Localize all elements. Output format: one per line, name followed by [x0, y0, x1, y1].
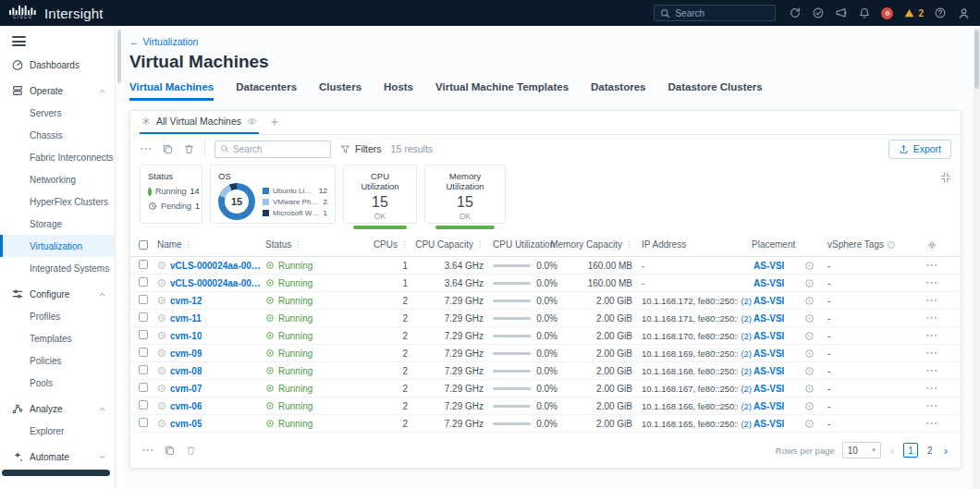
sort-icon[interactable]: ⋮ [400, 240, 408, 249]
filters-button[interactable]: Filters [340, 143, 382, 154]
ip-more-link[interactable]: (2) [741, 296, 752, 306]
col-memory-capacity[interactable]: Memory Capacity⋮ [557, 239, 632, 250]
table-row[interactable]: cvm-06 Running 2 7.29 GHz 0.0% 2.00 GiB … [130, 397, 961, 415]
os-donut[interactable]: 15 [218, 183, 255, 220]
sidebar-item-dashboards[interactable]: Dashboards [0, 54, 115, 76]
sidebar-item-chassis[interactable]: Chassis [0, 124, 115, 146]
table-row[interactable]: cvm-12 Running 2 7.29 GHz 0.0% 2.00 GiB … [130, 292, 961, 310]
trash-icon[interactable] [185, 445, 197, 457]
col-placement[interactable]: Placement [752, 239, 827, 250]
row-actions-menu[interactable]: ⋯ [925, 331, 938, 340]
saved-view-tab-all-vms[interactable]: All Virtual Machines [140, 110, 259, 134]
sidebar-item-servers[interactable]: Servers [0, 102, 115, 124]
sidebar-scrollbar-thumb[interactable] [117, 30, 121, 83]
critical-alarms-badge[interactable]: 0 [881, 7, 893, 19]
previous-page-button[interactable]: ‹ [888, 444, 896, 458]
vm-name-link[interactable]: cvm-06 [170, 401, 202, 411]
row-actions-menu[interactable]: ⋯ [925, 261, 938, 270]
vm-name-link[interactable]: cvm-10 [170, 331, 202, 341]
ip-more-link[interactable]: (2) [741, 384, 752, 394]
sidebar-item-templates[interactable]: Templates [0, 327, 115, 349]
sidebar-item-fabric-interconnects[interactable]: Fabric Interconnects [0, 146, 115, 168]
user-menu-icon[interactable] [957, 6, 971, 20]
col-cpu-utilization[interactable]: CPU Utilization [484, 239, 557, 250]
row-checkbox[interactable] [139, 400, 148, 410]
os-legend-item[interactable]: Microsoft Windo... 1 [263, 209, 327, 217]
row-actions-menu[interactable]: ⋯ [925, 384, 938, 393]
sidebar-group-automate[interactable]: Automate [0, 446, 115, 468]
table-row[interactable]: cvm-11 Running 2 7.29 GHz 0.0% 2.00 GiB … [130, 310, 961, 327]
tab-hosts[interactable]: Hosts [384, 81, 413, 101]
warning-alarms-badge[interactable]: 2 [903, 7, 924, 18]
add-view-button[interactable] [266, 110, 283, 134]
table-row[interactable]: cvm-07 Running 2 7.29 GHz 0.0% 2.00 GiB … [130, 380, 961, 397]
placement-link[interactable]: AS-VSI [753, 401, 784, 411]
placement-link[interactable]: AS-VSI [753, 278, 784, 288]
col-vsphere-tags[interactable]: vSphere Tags [827, 239, 903, 250]
row-actions-menu[interactable]: ⋯ [925, 278, 938, 287]
breadcrumb-back-link[interactable]: ← Virtualization [129, 36, 198, 47]
vm-name-link[interactable]: cvm-12 [170, 296, 202, 306]
table-row[interactable]: vCLS-000024aa-0000-... Running 1 3.64 GH… [130, 275, 961, 292]
horizontal-scrollbar-thumb[interactable] [2, 470, 110, 476]
row-checkbox[interactable] [139, 365, 148, 374]
tab-datastore-clusters[interactable]: Datastore Clusters [668, 81, 762, 101]
sidebar-item-policies[interactable]: Policies [0, 349, 115, 372]
sidebar-group-analyze[interactable]: Analyze [0, 397, 115, 420]
table-settings-icon[interactable] [926, 239, 937, 251]
sidebar-item-hyperflex-clusters[interactable]: HyperFlex Clusters [0, 190, 115, 213]
sidebar-item-profiles[interactable]: Profiles [0, 305, 115, 327]
notifications-bell-icon[interactable] [858, 6, 871, 19]
sidebar-group-configure[interactable]: Configure [0, 283, 115, 305]
placement-link[interactable]: AS-VSI [753, 366, 784, 376]
sidebar-item-storage[interactable]: Storage [0, 213, 115, 235]
collapse-widgets-icon[interactable] [940, 168, 951, 185]
row-checkbox[interactable] [139, 348, 148, 357]
tab-datastores[interactable]: Datastores [591, 81, 645, 101]
table-search[interactable] [214, 141, 331, 158]
vm-name-link[interactable]: cvm-08 [170, 366, 202, 376]
placement-link[interactable]: AS-VSI [753, 261, 784, 271]
sort-icon[interactable]: ⋮ [294, 240, 301, 249]
ip-more-link[interactable]: (2) [741, 401, 752, 411]
sort-icon[interactable]: ⋮ [185, 240, 192, 249]
vm-name-link[interactable]: vCLS-000024aa-0000-... [170, 278, 265, 288]
copy-icon[interactable] [162, 143, 174, 155]
table-row[interactable]: cvm-09 Running 2 7.29 GHz 0.0% 2.00 GiB … [130, 345, 961, 362]
global-search-input[interactable] [675, 8, 769, 18]
sidebar-item-networking[interactable]: Networking [0, 168, 115, 190]
row-actions-menu[interactable]: ⋯ [925, 401, 938, 410]
ip-more-link[interactable]: (2) [741, 366, 752, 376]
row-checkbox[interactable] [139, 260, 148, 269]
ip-more-link[interactable]: (2) [741, 313, 752, 324]
placement-link[interactable]: AS-VSI [753, 348, 784, 359]
col-name[interactable]: Name⋮ [157, 239, 265, 250]
row-checkbox[interactable] [139, 330, 148, 339]
ip-more-link[interactable]: (2) [741, 419, 752, 429]
sidebar-item-virtualization[interactable]: Virtualization [0, 235, 115, 257]
ip-more-link[interactable]: (2) [741, 348, 752, 359]
sidebar-item-explorer[interactable]: Explorer [0, 420, 115, 442]
vm-name-link[interactable]: vCLS-000024aa-0000-... [170, 261, 265, 271]
vm-name-link[interactable]: cvm-09 [170, 348, 202, 359]
more-actions-menu[interactable]: ⋯ [141, 446, 154, 455]
row-actions-menu[interactable]: ⋯ [925, 313, 938, 323]
global-search[interactable] [654, 5, 776, 21]
row-actions-menu[interactable]: ⋯ [925, 366, 938, 375]
col-ip-address[interactable]: IP Address [632, 239, 752, 250]
tab-clusters[interactable]: Clusters [319, 81, 361, 101]
page-number-2[interactable]: 2 [925, 446, 935, 456]
sort-icon[interactable]: ⋮ [476, 240, 484, 249]
table-row[interactable]: cvm-05 Running 2 7.29 GHz 0.0% 2.00 GiB … [130, 415, 961, 433]
col-status[interactable]: Status⋮ [265, 239, 354, 250]
sidebar-group-operate[interactable]: Operate [0, 79, 115, 102]
more-actions-menu[interactable]: ⋯ [140, 144, 153, 153]
tab-datacenters[interactable]: Datacenters [236, 81, 297, 101]
row-checkbox[interactable] [139, 295, 148, 304]
row-actions-menu[interactable]: ⋯ [925, 419, 938, 428]
main-scrollbar-thumb[interactable] [974, 30, 979, 89]
rows-per-page-select[interactable]: 10 ▾ [842, 442, 881, 458]
table-row[interactable]: cvm-08 Running 2 7.29 GHz 0.0% 2.00 GiB … [130, 362, 961, 380]
placement-link[interactable]: AS-VSI [753, 384, 784, 394]
tab-virtual-machine-templates[interactable]: Virtual Machine Templates [435, 81, 569, 101]
